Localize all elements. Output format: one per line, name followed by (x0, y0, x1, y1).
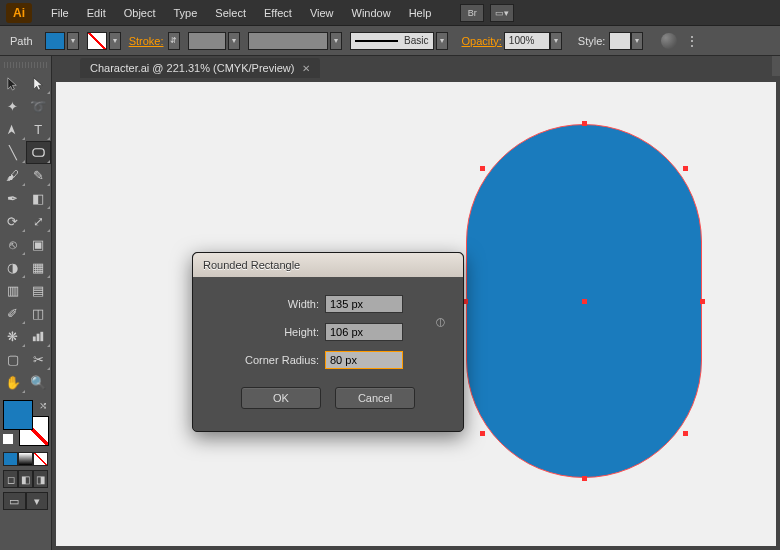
artboard-tool[interactable]: ▢ (0, 348, 26, 371)
fill-stroke-control[interactable]: ⤭ (3, 400, 49, 446)
anchor-top-center[interactable] (582, 121, 587, 126)
gradient-tool[interactable]: ▤ (26, 279, 52, 302)
style-swatch[interactable] (609, 32, 631, 50)
brush-label: Basic (404, 35, 428, 46)
swap-fill-stroke-icon[interactable]: ⤭ (39, 400, 47, 411)
anchor-upper-left[interactable] (480, 166, 485, 171)
stroke-dropdown[interactable]: ▾ (109, 32, 121, 50)
menu-type[interactable]: Type (165, 7, 207, 19)
menu-file[interactable]: File (42, 7, 78, 19)
constrain-proportions-icon[interactable]: ⦶ (436, 313, 445, 330)
controlbar-overflow-icon[interactable]: ⋮ (685, 33, 699, 49)
app-logo: Ai (6, 3, 32, 23)
corner-radius-field[interactable] (325, 351, 403, 369)
menu-edit[interactable]: Edit (78, 7, 115, 19)
selection-tool[interactable] (0, 72, 26, 95)
stroke-weight-dropdown[interactable]: ▾ (228, 32, 240, 50)
anchor-lower-right[interactable] (683, 431, 688, 436)
fill-dropdown[interactable]: ▾ (67, 32, 79, 50)
anchor-bottom-center[interactable] (582, 476, 587, 481)
draw-normal-mode[interactable]: ◻ (3, 470, 18, 488)
brush-definition[interactable]: Basic (350, 32, 434, 50)
svg-rect-2 (36, 334, 39, 342)
arrange-docs-button[interactable]: ▭▾ (490, 4, 514, 22)
width-tool[interactable]: ⎋ (0, 233, 26, 256)
height-label: Height: (284, 326, 319, 338)
perspective-grid-tool[interactable]: ▦ (26, 256, 52, 279)
menu-window[interactable]: Window (343, 7, 400, 19)
menu-object[interactable]: Object (115, 7, 165, 19)
svg-rect-3 (40, 332, 43, 341)
opacity-dropdown[interactable]: ▾ (550, 32, 562, 50)
draw-behind-mode[interactable]: ◧ (18, 470, 33, 488)
bridge-button[interactable]: Br (460, 4, 484, 22)
screen-mode-button[interactable]: ▭ (3, 492, 26, 510)
variable-width-profile[interactable] (248, 32, 328, 50)
stroke-weight-field[interactable] (188, 32, 226, 50)
column-graph-tool[interactable] (26, 325, 52, 348)
rotate-tool[interactable]: ⟳ (0, 210, 26, 233)
blend-tool[interactable]: ◫ (26, 302, 52, 325)
svg-rect-1 (33, 337, 36, 342)
close-tab-icon[interactable]: ✕ (302, 63, 310, 74)
center-point[interactable] (582, 299, 587, 304)
zoom-tool[interactable]: 🔍 (26, 371, 52, 394)
pencil-tool[interactable]: ✎ (26, 164, 52, 187)
paintbrush-tool[interactable]: 🖌 (0, 164, 26, 187)
variable-width-dropdown[interactable]: ▾ (330, 32, 342, 50)
screen-mode-dropdown[interactable]: ▾ (26, 492, 49, 510)
type-tool[interactable]: T (26, 118, 52, 141)
panel-grip[interactable] (4, 62, 47, 68)
opacity-field[interactable]: 100% (504, 32, 550, 50)
opacity-label[interactable]: Opacity: (462, 35, 502, 47)
line-segment-tool[interactable]: ╲ (0, 141, 26, 164)
brush-dropdown[interactable]: ▾ (436, 32, 448, 50)
direct-selection-tool[interactable] (26, 72, 52, 95)
stroke-swatch[interactable] (87, 32, 107, 50)
anchor-mid-right[interactable] (700, 299, 705, 304)
artboard[interactable]: Rounded Rectangle Width: Height: Corner … (56, 82, 776, 546)
mesh-tool[interactable]: ▥ (0, 279, 26, 302)
dialog-title: Rounded Rectangle (203, 259, 300, 271)
fill-swatch[interactable] (45, 32, 65, 50)
cancel-button[interactable]: Cancel (335, 387, 415, 409)
free-transform-tool[interactable]: ▣ (26, 233, 52, 256)
menu-view[interactable]: View (301, 7, 343, 19)
document-tab-bar: Character.ai @ 221.31% (CMYK/Preview) ✕ (0, 56, 780, 78)
slice-tool[interactable]: ✂ (26, 348, 52, 371)
default-fill-stroke-icon[interactable] (3, 434, 13, 444)
stroke-weight-label[interactable]: Stroke: (129, 35, 164, 47)
scale-tool[interactable]: ⤢ (26, 210, 52, 233)
menu-effect[interactable]: Effect (255, 7, 301, 19)
hand-tool[interactable]: ✋ (0, 371, 26, 394)
width-field[interactable] (325, 295, 403, 313)
anchor-upper-right[interactable] (683, 166, 688, 171)
ok-button[interactable]: OK (241, 387, 321, 409)
color-mode-none[interactable] (33, 452, 48, 466)
eyedropper-tool[interactable]: ✐ (0, 302, 26, 325)
fill-color-box[interactable] (3, 400, 33, 430)
stroke-weight-stepper[interactable]: ⇵ (168, 32, 180, 50)
style-label: Style: (578, 35, 606, 47)
height-field[interactable] (325, 323, 403, 341)
selected-rounded-rectangle[interactable] (466, 124, 702, 478)
pen-tool[interactable] (0, 118, 26, 141)
document-tab[interactable]: Character.ai @ 221.31% (CMYK/Preview) ✕ (80, 58, 320, 78)
style-dropdown[interactable]: ▾ (631, 32, 643, 50)
recolor-artwork-icon[interactable] (661, 33, 677, 49)
magic-wand-tool[interactable]: ✦ (0, 95, 26, 118)
anchor-lower-left[interactable] (480, 431, 485, 436)
shape-builder-tool[interactable]: ◑ (0, 256, 26, 279)
menu-select[interactable]: Select (206, 7, 255, 19)
menu-help[interactable]: Help (400, 7, 441, 19)
color-mode-solid[interactable] (3, 452, 18, 466)
rounded-rectangle-tool[interactable] (26, 141, 52, 164)
blob-brush-tool[interactable]: ✒ (0, 187, 26, 210)
collapsed-right-panel[interactable] (772, 56, 780, 76)
dialog-title-bar[interactable]: Rounded Rectangle (193, 253, 463, 277)
eraser-tool[interactable]: ◧ (26, 187, 52, 210)
draw-inside-mode[interactable]: ◨ (33, 470, 48, 488)
color-mode-gradient[interactable] (18, 452, 33, 466)
symbol-sprayer-tool[interactable]: ❋ (0, 325, 26, 348)
lasso-tool[interactable]: ➰ (26, 95, 52, 118)
